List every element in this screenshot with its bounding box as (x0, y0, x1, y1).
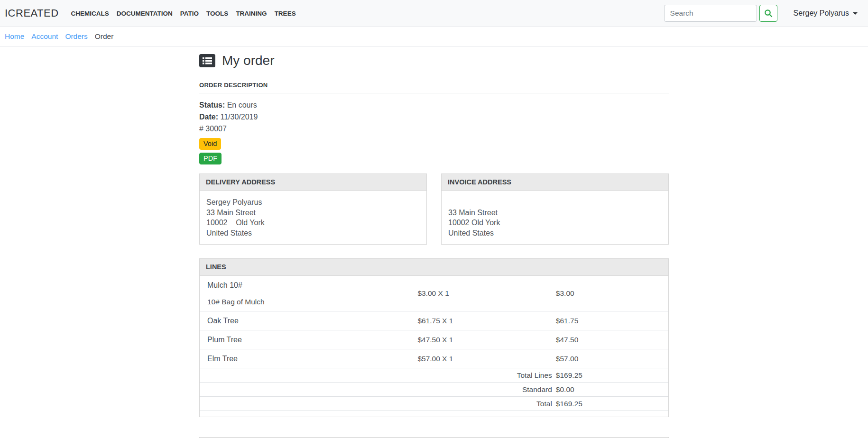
order-line-row: Mulch 10# 10# Bag of Mulch $3.00 X 1 $3.… (200, 276, 668, 311)
address-line (448, 197, 662, 208)
product-name: Elm Tree (207, 354, 417, 363)
page-title: My order (199, 53, 669, 68)
nav-menu-item[interactable]: TRAINING (232, 7, 270, 20)
status-label: Status: (199, 101, 225, 109)
product-name: Plum Tree (207, 335, 417, 344)
invoice-address-body: 33 Main Street 10002 Old York United Sta… (442, 191, 668, 244)
total-row: Total Lines $169.25 (200, 368, 668, 383)
breadcrumb-link[interactable]: Account (31, 32, 58, 41)
total-row: Standard $0.00 (200, 383, 668, 397)
order-lines-table: Mulch 10# 10# Bag of Mulch $3.00 X 1 $3.… (200, 276, 668, 411)
order-line-row: Elm Tree $57.00 X 1 $57.00 (200, 349, 668, 368)
page-title-text: My order (222, 53, 274, 68)
pdf-button[interactable]: PDF (199, 153, 222, 164)
line-price: $47.50 X 1 (417, 330, 555, 349)
address-line: 33 Main Street (206, 208, 420, 218)
delivery-address-title: DELIVERY ADDRESS (200, 174, 426, 191)
line-items: Mulch 10# 10# Bag of Mulch $3.00 X 1 $3.… (200, 276, 668, 368)
search-input[interactable] (664, 5, 757, 22)
order-description-heading: ORDER DESCRIPTION (199, 82, 669, 93)
main-nav: CHEMICALS DOCUMENTATION PATIO TOOLS TRAI… (67, 7, 300, 20)
lines-title: LINES (200, 259, 668, 276)
line-price: $61.75 X 1 (417, 311, 555, 330)
nav-menu-item[interactable]: PATIO (176, 7, 203, 20)
nav-menu-item[interactable]: DOCUMENTATION (113, 7, 176, 20)
line-amount: $47.50 (556, 330, 668, 349)
address-line: 10002 Old York (206, 218, 420, 228)
nav-menu-item[interactable]: TREES (271, 7, 300, 20)
line-amount: $3.00 (556, 276, 668, 311)
caret-down-icon (853, 12, 858, 17)
date-label: Date: (199, 113, 218, 121)
address-row: DELIVERY ADDRESS Sergey Polyarus 33 Main… (199, 173, 669, 245)
user-name: Sergey Polyarus (794, 9, 849, 18)
address-line: 10002 Old York (448, 218, 662, 228)
product-description: 10# Bag of Mulch (207, 297, 417, 306)
navbar-right: Sergey Polyarus (664, 5, 858, 22)
product-cell: Elm Tree (200, 349, 417, 368)
address-line: 33 Main Street (448, 208, 662, 218)
line-amount: $61.75 (556, 311, 668, 330)
total-amount: $169.25 (556, 368, 668, 383)
nav-menu-item[interactable]: CHEMICALS (67, 7, 113, 20)
breadcrumb-link[interactable]: Orders (65, 32, 87, 41)
order-line-row: Plum Tree $47.50 X 1 $47.50 (200, 330, 668, 349)
delivery-address-body: Sergey Polyarus 33 Main Street 10002 Old… (200, 191, 426, 244)
order-line-row: Oak Tree $61.75 X 1 $61.75 (200, 311, 668, 330)
line-amount: $57.00 (556, 349, 668, 368)
invoice-address-title: INVOICE ADDRESS (442, 174, 668, 191)
line-price: $57.00 X 1 (417, 349, 555, 368)
product-cell: Plum Tree (200, 330, 417, 349)
search-icon (764, 9, 773, 18)
list-icon (199, 54, 215, 67)
total-amount: $169.25 (556, 397, 668, 411)
status-value: En cours (227, 101, 257, 109)
breadcrumb: Home Account Orders Order (0, 27, 868, 46)
order-number: # 30007 (199, 125, 669, 133)
order-page: My order ORDER DESCRIPTION Status: En co… (199, 46, 669, 438)
top-navbar: ICREATED CHEMICALS DOCUMENTATION PATIO T… (0, 0, 868, 27)
address-line: United States (206, 228, 420, 238)
breadcrumb-links: Home Account Orders (5, 32, 95, 41)
date-line: Date: 11/30/2019 (199, 113, 669, 121)
product-cell: Oak Tree (200, 311, 417, 330)
date-value: 11/30/2019 (220, 113, 258, 121)
total-amount: $0.00 (556, 383, 668, 397)
product-cell: Mulch 10# 10# Bag of Mulch (200, 276, 417, 311)
line-price: $3.00 X 1 (417, 276, 555, 311)
address-line: Sergey Polyarus (206, 197, 420, 208)
breadcrumb-current: Order (95, 32, 114, 41)
lines-panel: LINES Mulch 10# 10# Bag of Mulch $3.00 X… (199, 258, 669, 417)
delivery-address-panel: DELIVERY ADDRESS Sergey Polyarus 33 Main… (199, 173, 427, 245)
total-label: Standard (200, 383, 556, 397)
line-totals: Total Lines $169.25 Standard $0.00 Total… (200, 368, 668, 411)
total-label: Total Lines (200, 368, 556, 383)
brand-logo[interactable]: ICREATED (5, 7, 59, 19)
nav-menu-item[interactable]: TOOLS (203, 7, 232, 20)
search-button[interactable] (759, 5, 777, 22)
total-label: Total (200, 397, 556, 411)
status-line: Status: En cours (199, 101, 669, 110)
user-menu[interactable]: Sergey Polyarus (794, 9, 858, 18)
invoice-address-panel: INVOICE ADDRESS 33 Main Street 10002 Old… (441, 173, 669, 245)
void-button[interactable]: Void (199, 138, 221, 150)
total-row: Total $169.25 (200, 397, 668, 411)
breadcrumb-link[interactable]: Home (5, 32, 24, 41)
lines-body: Mulch 10# 10# Bag of Mulch $3.00 X 1 $3.… (200, 276, 668, 417)
product-name: Oak Tree (207, 316, 417, 325)
address-line: United States (448, 228, 662, 238)
product-name: Mulch 10# (207, 281, 417, 290)
